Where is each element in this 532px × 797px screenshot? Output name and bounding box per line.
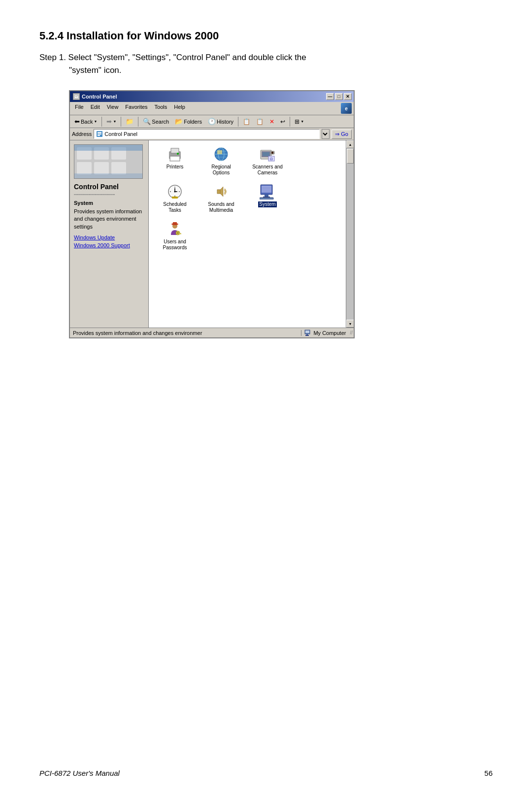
users-icon-item[interactable]: Users andPasswords: [153, 219, 197, 253]
titlebar-buttons[interactable]: — □ ✕: [326, 93, 352, 100]
history-label: History: [217, 119, 233, 125]
control-panel-small-icon: [96, 131, 103, 137]
page-footer: PCI-6872 User's Manual 56: [39, 769, 493, 777]
svg-rect-52: [260, 198, 273, 199]
toolbar-sep-2: [121, 117, 121, 127]
svg-rect-14: [171, 148, 179, 153]
left-panel-divider: ••••••••••••••••••••••••••••••••••: [74, 193, 144, 196]
menu-file[interactable]: File: [72, 103, 87, 114]
regional-svg: [213, 146, 229, 162]
maximize-button[interactable]: □: [335, 93, 343, 100]
left-panel: Control Panel ••••••••••••••••••••••••••…: [70, 140, 149, 328]
my-computer-icon: [304, 330, 311, 336]
address-field[interactable]: Control Panel: [94, 129, 320, 139]
ie-logo-icon: e: [341, 103, 352, 114]
minimize-button[interactable]: —: [326, 93, 334, 100]
scroll-thumb[interactable]: [347, 149, 354, 164]
toolbar-sep-1: [101, 117, 102, 127]
windows-update-link[interactable]: Windows Update: [74, 234, 144, 240]
icons-area: Printers: [149, 140, 346, 328]
scroll-down-arrow[interactable]: ▼: [346, 320, 354, 328]
search-icon: 🔍: [143, 118, 151, 125]
printers-icon: [167, 146, 183, 162]
menu-edit[interactable]: Edit: [88, 103, 103, 114]
menu-favorites[interactable]: Favorites: [122, 103, 150, 114]
status-text-right: My Computer: [301, 330, 349, 336]
address-dropdown[interactable]: [322, 129, 330, 139]
scheduled-icon: [167, 184, 183, 199]
windows-2000-support-link[interactable]: Windows 2000 Support: [74, 242, 144, 248]
scanners-icon-item[interactable]: ⊡ Scanners andCameras: [245, 144, 290, 178]
control-panel-window: 🗂 Control Panel — □ ✕ File Edit View Fav…: [69, 90, 355, 338]
back-arrow-icon: ⬅: [74, 118, 80, 125]
search-button[interactable]: 🔍 Search: [140, 116, 171, 127]
system-icon-item[interactable]: System: [245, 182, 290, 215]
svg-rect-3: [98, 135, 100, 136]
regional-icon-item[interactable]: RegionalOptions: [199, 144, 243, 178]
views-button[interactable]: ⊞ ▼: [292, 117, 306, 127]
sounds-label: Sounds andMultimedia: [208, 201, 234, 213]
move-to-button[interactable]: 📋: [240, 117, 253, 127]
users-icon: [167, 221, 183, 237]
go-button[interactable]: ⇒ Go: [332, 130, 352, 139]
svg-rect-61: [179, 233, 180, 234]
scanners-icon: ⊡: [260, 146, 275, 162]
copy-to-icon: 📋: [256, 118, 264, 125]
resize-handle[interactable]: //: [349, 330, 354, 335]
menubar: File Edit View Favorites Tools Help e: [70, 102, 354, 115]
svg-rect-63: [305, 331, 309, 333]
undo-button[interactable]: ↩: [278, 117, 288, 127]
sounds-icon: [213, 184, 229, 199]
menu-view[interactable]: View: [104, 103, 122, 114]
svg-rect-10: [111, 162, 126, 174]
step1-line2: "system" icon.: [69, 64, 493, 77]
system-svg: [260, 184, 275, 199]
fwd-dropdown-icon[interactable]: ▼: [113, 120, 116, 123]
up-button[interactable]: 📁: [123, 116, 136, 127]
toolbar-sep-4: [238, 117, 238, 127]
system-label: System: [258, 201, 276, 207]
history-icon: 🕐: [208, 118, 216, 125]
views-dropdown-icon[interactable]: ▼: [300, 120, 304, 123]
right-scrollbar: ▲ ▼: [346, 140, 354, 328]
svg-rect-2: [98, 133, 101, 134]
menu-tools[interactable]: Tools: [152, 103, 170, 114]
toolbar-sep-3: [138, 117, 138, 127]
titlebar-icon: 🗂: [73, 93, 80, 100]
back-button[interactable]: ⬅ Back ▼: [72, 116, 100, 127]
svg-point-29: [272, 152, 273, 154]
history-button[interactable]: 🕐 History: [205, 116, 236, 127]
page-content: 5.2.4 Installation for Windows 2000 Step…: [0, 0, 532, 368]
copy-to-button[interactable]: 📋: [254, 117, 266, 127]
sounds-icon-item[interactable]: Sounds andMultimedia: [199, 182, 243, 215]
scroll-up-arrow[interactable]: ▲: [346, 140, 354, 148]
left-panel-title: Control Panel: [74, 183, 144, 191]
system-section-desc: Provides system information and changes …: [74, 208, 144, 231]
titlebar-title: Control Panel: [82, 94, 117, 100]
svg-rect-43: [217, 190, 220, 194]
system-section-title: System: [74, 200, 144, 206]
window-body: Control Panel ••••••••••••••••••••••••••…: [70, 140, 354, 328]
svg-rect-53: [261, 185, 272, 195]
regional-label: RegionalOptions: [211, 164, 231, 176]
address-label: Address: [72, 131, 92, 137]
close-button[interactable]: ✕: [344, 93, 352, 100]
folders-button[interactable]: 📂 Folders: [172, 116, 204, 127]
forward-button[interactable]: ➡ ▼: [104, 116, 119, 127]
status-text-left: Provides system information and changes …: [70, 330, 301, 336]
back-label: Back: [81, 119, 93, 125]
menu-help[interactable]: Help: [171, 103, 188, 114]
scheduled-icon-item[interactable]: ScheduledTasks: [153, 182, 197, 215]
delete-button[interactable]: ✕: [267, 117, 277, 127]
scheduled-label: ScheduledTasks: [163, 201, 186, 213]
back-dropdown-icon[interactable]: ▼: [94, 120, 97, 123]
svg-rect-41: [172, 197, 178, 199]
up-icon: 📁: [126, 118, 133, 125]
scanners-label: Scanners andCameras: [252, 164, 283, 176]
printers-icon-item[interactable]: Printers: [153, 144, 197, 178]
footer-page-number: 56: [484, 769, 493, 777]
toolbar-sep-5: [290, 117, 290, 127]
statusbar: Provides system information and changes …: [70, 328, 354, 337]
sounds-svg: [213, 184, 229, 199]
svg-rect-64: [306, 334, 308, 335]
